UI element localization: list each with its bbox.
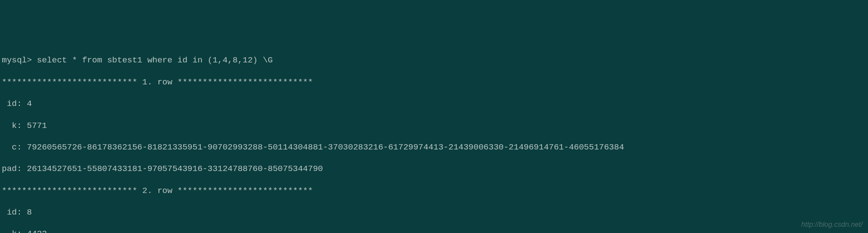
terminal-output: mysql> select * from sbtest1 where id in… <box>2 44 866 233</box>
row1-pad: pad: 26134527651-55807433181-97057543916… <box>2 164 866 175</box>
row2-header: *************************** 2. row *****… <box>2 186 866 197</box>
row1-c: c: 79260565726-86178362156-81821335951-9… <box>2 142 866 153</box>
row1-header: *************************** 1. row *****… <box>2 77 866 88</box>
prompt-line: mysql> select * from sbtest1 where id in… <box>2 55 866 66</box>
row2-id: id: 8 <box>2 207 866 218</box>
row1-k: k: 5771 <box>2 120 866 131</box>
row1-id: id: 4 <box>2 98 866 109</box>
row2-k: k: 4422 <box>2 229 866 233</box>
watermark: http://blog.csdn.net/ <box>801 220 863 229</box>
